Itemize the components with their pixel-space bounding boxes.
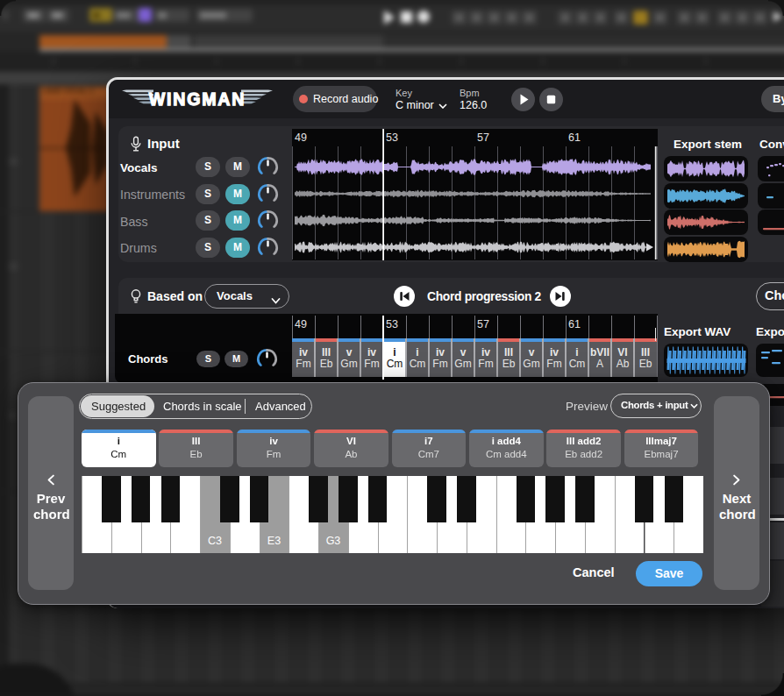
svg-text:WINGMAN: WINGMAN (149, 89, 246, 110)
